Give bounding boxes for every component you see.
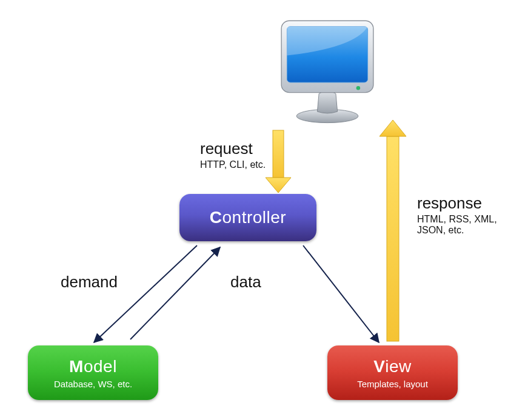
- monitor-icon: [270, 15, 385, 127]
- label-response: response HTML, RSS, XML, JSON, etc.: [417, 194, 514, 236]
- label-response-title: response: [417, 194, 514, 213]
- view-subtitle: Templates, layout: [357, 379, 428, 389]
- view-rest: iew: [385, 357, 412, 376]
- label-demand: demand: [61, 273, 118, 292]
- model-rest: odel: [84, 357, 117, 376]
- controller-node: Controller: [179, 194, 316, 241]
- arrow-model-return: [130, 247, 220, 339]
- arrow-data: [303, 245, 379, 342]
- label-data: data: [230, 273, 261, 292]
- view-title: View: [373, 357, 412, 376]
- model-node: Model Database, WS, etc.: [28, 345, 158, 400]
- label-request-title: request: [200, 139, 266, 158]
- arrow-demand: [94, 245, 197, 342]
- arrow-response: [380, 120, 406, 341]
- label-request: request HTTP, CLI, etc.: [200, 139, 266, 170]
- client-computer: [270, 15, 385, 127]
- model-subtitle: Database, WS, etc.: [54, 379, 132, 389]
- label-response-sub: HTML, RSS, XML, JSON, etc.: [417, 214, 514, 236]
- mvc-diagram: Controller Model Database, WS, etc. View…: [0, 0, 525, 420]
- model-title: Model: [69, 357, 117, 376]
- svg-point-3: [356, 86, 360, 90]
- arrow-request: [266, 130, 291, 193]
- view-initial: V: [373, 357, 385, 376]
- label-demand-text: demand: [61, 273, 118, 292]
- label-data-text: data: [230, 273, 261, 292]
- model-initial: M: [69, 357, 84, 376]
- controller-rest: ontroller: [222, 208, 287, 227]
- svg-rect-5: [387, 136, 399, 341]
- controller-initial: C: [210, 208, 222, 227]
- view-node: View Templates, layout: [327, 345, 458, 400]
- label-request-sub: HTTP, CLI, etc.: [200, 159, 266, 170]
- controller-title: Controller: [210, 208, 286, 227]
- svg-rect-4: [273, 130, 284, 178]
